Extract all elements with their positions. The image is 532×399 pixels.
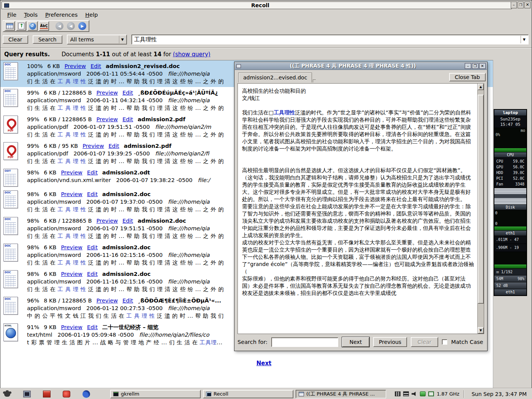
taskbar-clock[interactable]: Sun Sep 23, 3:47 PM xyxy=(469,391,530,397)
doc-type-icon[interactable] xyxy=(3,217,18,235)
preview-link[interactable]: Preview xyxy=(61,169,82,176)
doc-type-icon[interactable] xyxy=(3,116,18,133)
preview-link[interactable]: Preview xyxy=(97,298,118,304)
net-readings: .011M - 47 .906M - 19 xyxy=(494,236,526,252)
preview-tab[interactable]: admission2...evised.doc xyxy=(238,73,312,82)
preview-link[interactable]: Preview xyxy=(61,324,82,330)
result-mime: application/msword xyxy=(27,279,81,285)
term-explorer-button[interactable]: ÂbÇ xyxy=(39,21,49,31)
show-query-link[interactable]: (show query) xyxy=(173,51,211,58)
find-input[interactable] xyxy=(271,337,338,347)
tray-icon[interactable] xyxy=(412,391,417,396)
next-results-link[interactable]: Next xyxy=(256,360,272,367)
result-title: 二十一世纪经济 – 细览 xyxy=(102,324,158,330)
result-snippet: 们 生 活 在 工 具 理 性 泛 滥 的 时 ... 帮 助 我 们 理 清 … xyxy=(27,232,224,240)
net-reading-row: .906M - 19 xyxy=(494,244,526,252)
preview-link[interactable]: Preview xyxy=(61,191,82,197)
tray-icon[interactable] xyxy=(420,391,426,396)
result-snippet: 们 生 活 在 工 具 理 性 泛 滥 的 时 ... 帮 助 我 们 理 清 … xyxy=(27,104,224,112)
edit-link[interactable]: Edit xyxy=(87,244,98,250)
preview-titlebar[interactable]: ((工 PHRASE 4 具 PHRASE 4 理 PHRASE 4 性)) –… xyxy=(235,62,487,70)
task-button[interactable]: ((工 PHRASE 4 具 PHRASE ... xyxy=(296,390,386,398)
doc-type-icon[interactable] xyxy=(3,244,18,261)
preview-link[interactable]: Preview xyxy=(65,63,86,69)
sensor-row: CPU 59.0C xyxy=(496,158,524,164)
menu-item[interactable]: Help xyxy=(82,11,101,19)
volume-meter[interactable]: 52 dB xyxy=(494,282,526,289)
preview-maximize-button[interactable]: ❒ xyxy=(472,63,478,69)
results-header: Query results. Documents 1-11 out of at … xyxy=(4,51,211,58)
doc-type-icon[interactable] xyxy=(3,190,18,208)
next-page-button[interactable]: ▶ xyxy=(77,21,87,31)
task-button[interactable]: Recoll xyxy=(203,390,293,398)
sort-button[interactable] xyxy=(16,21,26,31)
sensor-value: 56.0C xyxy=(513,164,524,170)
find-previous-button[interactable]: Previous xyxy=(373,337,407,347)
edit-link[interactable]: Edit xyxy=(87,169,98,176)
results-table-button[interactable] xyxy=(5,21,15,31)
menu-item[interactable]: Preferences xyxy=(42,11,81,19)
launcher-button[interactable] xyxy=(22,390,32,399)
first-page-button[interactable]: ◀ xyxy=(54,21,65,31)
launcher-button[interactable] xyxy=(2,390,12,399)
menu-item[interactable]: File xyxy=(4,11,20,19)
close-tab-button[interactable]: Close Tab xyxy=(449,73,486,81)
search-button[interactable]: Search xyxy=(33,35,62,44)
match-case-checkbox[interactable] xyxy=(442,339,447,345)
find-next-button[interactable]: Next xyxy=(342,337,369,347)
scroll-down-icon[interactable]: ▼ xyxy=(478,327,484,334)
result-title: ¸ßÐ£ÕÐÉúµÄÉç»á¹¦ÄÜºÍÄ¿ xyxy=(138,90,218,96)
result-mime: application/msword xyxy=(27,199,81,205)
doc-type-icon[interactable] xyxy=(3,89,18,107)
scrollbar-track[interactable] xyxy=(478,90,484,327)
preview-close-button[interactable]: ✕ xyxy=(479,63,486,69)
query-history-chevron-icon[interactable]: ▼ xyxy=(521,36,527,43)
edit-link[interactable]: Edit xyxy=(87,191,98,197)
preview-link[interactable]: Preview xyxy=(97,218,118,224)
tray-icon[interactable] xyxy=(403,391,409,396)
doc-type-icon[interactable] xyxy=(3,297,18,315)
window-titlebar[interactable]: Recoll xyxy=(2,2,512,9)
edit-link[interactable]: Edit xyxy=(122,298,133,304)
edit-link[interactable]: Edit xyxy=(122,90,133,96)
scroll-up-icon[interactable]: ▲ xyxy=(478,84,484,90)
maximize-button[interactable] xyxy=(518,2,524,8)
launcher-button[interactable] xyxy=(62,390,71,399)
minimize-button[interactable] xyxy=(511,2,517,8)
task-button[interactable]: gkrellm xyxy=(110,390,201,398)
preview-minimize-button[interactable]: – xyxy=(465,63,471,69)
preview-link[interactable]: Preview xyxy=(82,143,104,149)
preview-link[interactable]: Preview xyxy=(61,271,82,277)
gkrellm-footer-label: eth1 xyxy=(494,289,526,295)
memory-meter[interactable]: 54M 98% xyxy=(494,276,526,282)
menu-item[interactable]: Tools xyxy=(21,11,41,19)
launcher-button[interactable] xyxy=(81,390,91,399)
doc-type-icon[interactable] xyxy=(3,270,18,288)
edit-link[interactable]: Edit xyxy=(109,143,119,149)
edit-link[interactable]: Edit xyxy=(87,271,98,277)
result-size: 6 KB / 1228865 B xyxy=(44,116,92,122)
prev-page-button[interactable]: ◀ xyxy=(66,21,76,31)
edit-link[interactable]: Edit xyxy=(122,116,133,122)
result-text: 99%6 KB / 1228865 BPreviewEditadmission2… xyxy=(27,116,224,138)
preview-link[interactable]: Preview xyxy=(61,244,82,250)
query-input[interactable] xyxy=(132,36,528,43)
edit-link[interactable]: Edit xyxy=(90,63,101,69)
doc-type-icon[interactable] xyxy=(3,142,18,160)
preview-link[interactable]: Preview xyxy=(97,90,118,96)
history-button[interactable] xyxy=(27,21,38,31)
preview-link[interactable]: Preview xyxy=(97,116,118,122)
find-clear-button[interactable]: Clear xyxy=(411,337,438,347)
doc-type-icon[interactable] xyxy=(3,323,18,341)
launcher-button[interactable] xyxy=(42,390,52,399)
clear-button[interactable]: Clear xyxy=(3,35,28,44)
doc-type-icon[interactable] xyxy=(3,62,18,80)
doc-type-icon[interactable] xyxy=(3,169,18,187)
search-mode-select[interactable]: All terms ▼ xyxy=(67,35,127,44)
tray-icon[interactable] xyxy=(395,391,401,396)
scrollbar-thumb[interactable] xyxy=(478,95,484,303)
edit-link[interactable]: Edit xyxy=(87,324,98,330)
preview-scrollbar[interactable]: ▲ ▼ xyxy=(477,84,484,334)
edit-link[interactable]: Edit xyxy=(122,218,133,224)
close-button[interactable] xyxy=(524,2,530,8)
